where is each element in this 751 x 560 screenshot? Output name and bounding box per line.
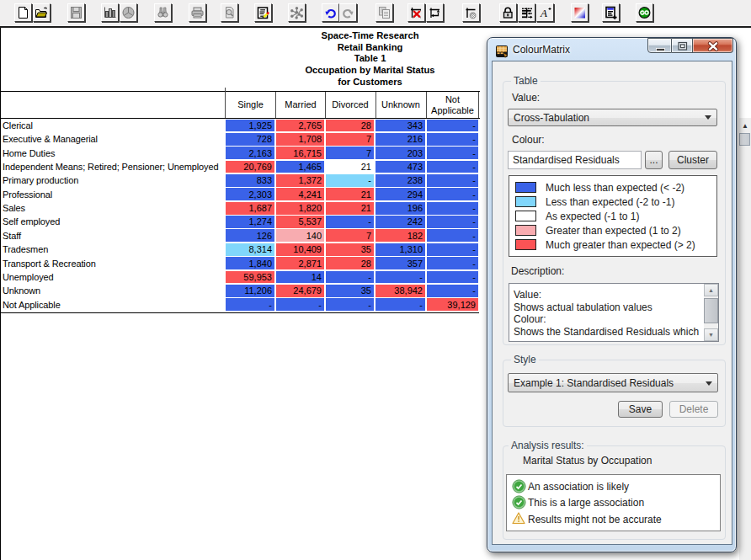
svg-text:A: A	[540, 7, 547, 19]
